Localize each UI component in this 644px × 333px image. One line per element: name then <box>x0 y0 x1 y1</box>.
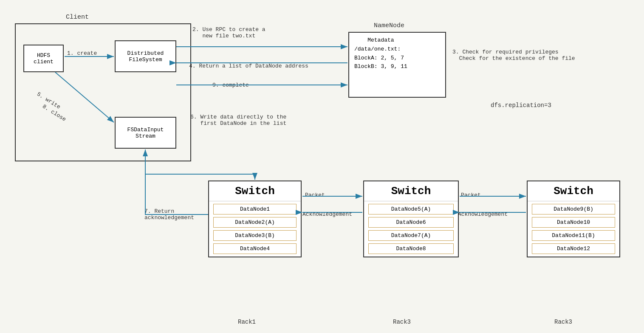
fsdatainputstream-box: FSDataInputStream <box>115 117 176 149</box>
namenode-blockB: BlockB: 3, 9, 11 <box>354 62 407 71</box>
namenode-box: Metadata /data/one.txt: BlockA: 2, 5, 7 … <box>348 32 446 98</box>
rack1-label: Rack1 <box>238 319 256 325</box>
packet1-label: Packet <box>305 192 325 198</box>
hdfs-client-text: HDFSclient <box>34 52 54 65</box>
switch3-container: Switch DataNode9(B) DataNode10 DataNode1… <box>527 181 620 257</box>
datanode1: DataNode1 <box>213 204 297 214</box>
step3-label: 3. Check for required privileges Check f… <box>452 49 575 62</box>
switch1-container: Switch DataNode1 DataNode2(A) DataNode3(… <box>208 181 302 257</box>
datanode10: DataNode10 <box>532 217 615 228</box>
switch2-header: Switch <box>364 181 458 201</box>
client-label: Client <box>66 14 89 21</box>
datanode9b: DataNode9(B) <box>532 204 615 214</box>
ack2-label: Acknowledgement <box>458 211 508 217</box>
datanode12: DataNode12 <box>532 243 615 254</box>
hdfs-client-box: HDFSclient <box>23 45 64 72</box>
datanode5a: DataNode5(A) <box>368 204 454 214</box>
step7-label: 7. Returnacknowledgement <box>144 208 194 221</box>
step6-label: 6. Write data directly to the first Data… <box>190 114 286 127</box>
namenode-blockA: BlockA: 2, 5, 7 <box>354 54 407 63</box>
rack3-label-2: Rack3 <box>554 319 572 325</box>
dfs-replication: dfs.replication=3 <box>491 102 551 109</box>
namenode-label: NameNode <box>374 22 404 29</box>
step4-label: 4. Return a list of DataNode address <box>189 63 308 69</box>
datanode8: DataNode8 <box>368 243 454 254</box>
switch2-container: Switch DataNode5(A) DataNode6 DataNode7(… <box>363 181 459 257</box>
step1-label: 1. create <box>67 50 97 56</box>
distributed-filesystem-box: DistributedFileSystem <box>115 40 176 72</box>
namenode-metadata-title: Metadata <box>354 36 407 45</box>
packet2-label: Packet <box>461 192 481 198</box>
rack3-label-1: Rack3 <box>393 319 411 325</box>
datanode11b: DataNode11(B) <box>532 230 615 241</box>
datanode3b: DataNode3(B) <box>213 230 297 241</box>
distributed-filesystem-text: DistributedFileSystem <box>127 50 164 63</box>
step2-label: 2. Use RPC to create a new file two.txt <box>192 26 266 39</box>
namenode-path: /data/one.txt: <box>354 45 407 54</box>
fsdatainputstream-text: FSDataInputStream <box>127 127 164 139</box>
diagram: Client HDFSclient DistributedFileSystem … <box>0 0 644 333</box>
datanode7a: DataNode7(A) <box>368 230 454 241</box>
datanode4: DataNode4 <box>213 243 297 254</box>
datanode2a: DataNode2(A) <box>213 217 297 228</box>
ack1-label: Acknowledgement <box>302 211 352 217</box>
datanode6: DataNode6 <box>368 217 454 228</box>
switch3-header: Switch <box>528 181 619 201</box>
step9-label: 9. complete <box>212 82 249 88</box>
switch1-header: Switch <box>209 181 301 201</box>
